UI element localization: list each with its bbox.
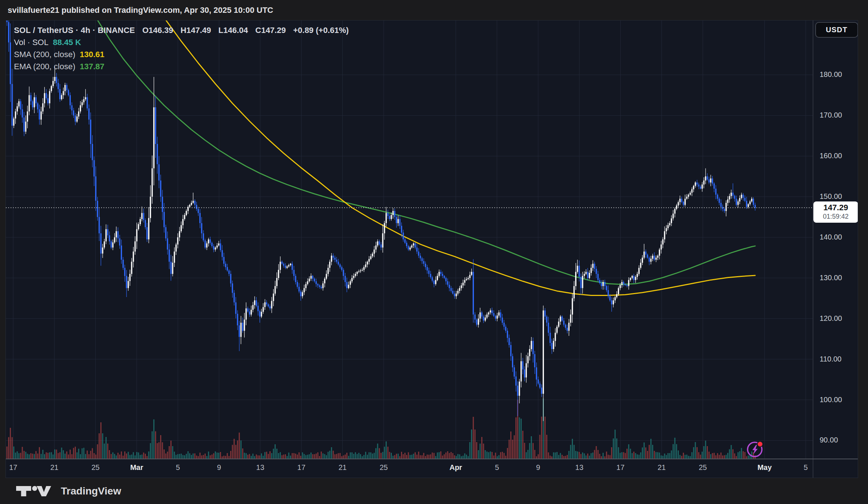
- current-price-label: 147.29 01:59:42: [813, 201, 858, 223]
- time-axis-tick: 17: [5, 463, 30, 472]
- time-axis-tick: May: [748, 463, 781, 472]
- chart-legend: SOL / TetherUS · 4h · BINANCE O146.39 H1…: [14, 26, 349, 74]
- chart-widget: SOL / TetherUS · 4h · BINANCE O146.39 H1…: [5, 20, 858, 478]
- ohlc-low-value: 146.04: [223, 26, 248, 35]
- time-axis-tick: 5: [789, 463, 822, 472]
- time-axis-tick: 21: [38, 463, 71, 472]
- legend-volume-row: Vol · SOL 88.45 K: [14, 38, 349, 50]
- price-axis-tick: 160.00: [820, 152, 842, 160]
- time-axis-tick: 13: [563, 463, 596, 472]
- time-axis-tick: 17: [604, 463, 637, 472]
- currency-toggle-button[interactable]: USDT: [815, 22, 858, 38]
- price-axis-tick: 130.00: [820, 274, 842, 282]
- change-value: +0.89 (+0.61%): [293, 26, 349, 35]
- price-axis-tick: 120.00: [820, 314, 842, 323]
- time-axis-tick: 21: [326, 463, 359, 472]
- ema-value: 137.87: [80, 62, 104, 71]
- price-axis-tick: 110.00: [820, 355, 842, 363]
- sma-label: SMA (200, close): [14, 50, 76, 59]
- time-axis-tick: 9: [522, 463, 555, 472]
- time-axis-tick: 17: [285, 463, 318, 472]
- volume-bars-up: [13, 399, 752, 459]
- bar-countdown: 01:59:42: [813, 212, 858, 220]
- down-candle-bodies: [6, 21, 756, 396]
- price-axis-tick: 150.00: [820, 192, 842, 201]
- tradingview-wordmark[interactable]: TradingView: [61, 485, 121, 497]
- grid-lines: [6, 21, 813, 459]
- price-axis-tick: 90.00: [820, 436, 838, 444]
- volume-value: 88.45 K: [53, 38, 81, 47]
- down-candle-wicks: [7, 21, 755, 416]
- price-axis-tick: 100.00: [820, 396, 842, 404]
- volume-label: Vol · SOL: [14, 38, 48, 47]
- ohlc-open-value: 146.39: [148, 26, 173, 35]
- legend-ema-row: EMA (200, close) 137.87: [14, 62, 349, 74]
- boost-lightning-icon[interactable]: [745, 439, 765, 459]
- time-axis-tick: 21: [645, 463, 678, 472]
- time-axis-tick: 25: [686, 463, 719, 472]
- ohlc-close-label: C: [255, 26, 261, 35]
- ohlc-open-label: O: [142, 26, 148, 35]
- time-axis-tick: 25: [367, 463, 400, 472]
- price-axis-tick: 180.00: [820, 70, 842, 79]
- tradingview-logo-icon[interactable]: [15, 484, 52, 499]
- time-axis-tick: 13: [244, 463, 277, 472]
- time-axis-tick: 25: [79, 463, 112, 472]
- current-price-value: 147.29: [813, 203, 858, 212]
- ohlc-low-label: L: [218, 26, 223, 35]
- snapshot-header: svillafuerte21 published on TradingView.…: [0, 0, 868, 20]
- ohlc-high-label: H: [181, 26, 187, 35]
- time-axis-tick: Mar: [120, 463, 153, 472]
- time-axis-tick: 5: [481, 463, 514, 472]
- price-chart-canvas[interactable]: [6, 21, 858, 478]
- footer: TradingView: [0, 478, 868, 504]
- legend-sma-row: SMA (200, close) 130.61: [14, 50, 349, 62]
- legend-symbol-row: SOL / TetherUS · 4h · BINANCE O146.39 H1…: [14, 26, 349, 38]
- lightning-bolt-glyph: [753, 445, 758, 455]
- ohlc-high-value: 147.49: [186, 26, 211, 35]
- time-axis-tick: Apr: [439, 463, 472, 472]
- time-axis-tick: 9: [203, 463, 236, 472]
- ohlc-close-value: 147.29: [261, 26, 286, 35]
- notification-dot: [758, 442, 762, 446]
- price-axis-tick: 170.00: [820, 111, 842, 119]
- plot-area[interactable]: [6, 21, 813, 459]
- ema-label: EMA (200, close): [14, 62, 76, 71]
- snapshot-title: svillafuerte21 published on TradingView.…: [8, 5, 273, 15]
- price-axis-tick: 140.00: [820, 233, 842, 241]
- symbol-title: SOL / TetherUS · 4h · BINANCE: [14, 26, 135, 35]
- time-axis-tick: 5: [161, 463, 194, 472]
- volume-bars-down: [7, 400, 756, 459]
- sma-value: 130.61: [80, 50, 104, 59]
- up-candle-bodies: [13, 77, 753, 396]
